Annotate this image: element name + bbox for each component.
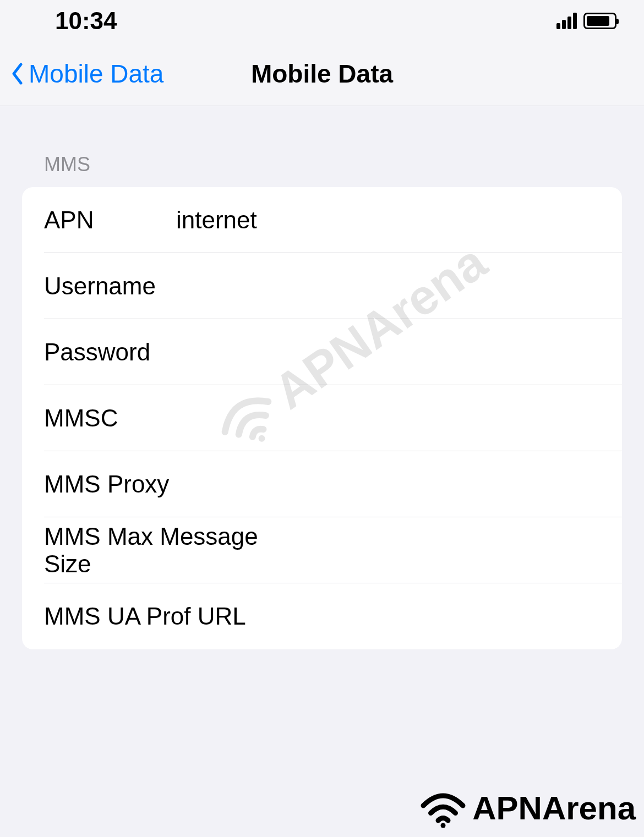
mms-proxy-input[interactable] <box>169 471 600 498</box>
apn-input[interactable] <box>176 206 600 234</box>
password-row[interactable]: Password <box>22 319 622 385</box>
svg-point-1 <box>441 823 446 828</box>
password-input[interactable] <box>176 338 600 366</box>
page-title: Mobile Data <box>251 59 393 89</box>
section-header: MMS <box>22 106 622 187</box>
username-input[interactable] <box>176 272 600 300</box>
status-icons <box>556 13 616 29</box>
mms-max-size-row[interactable]: MMS Max Message Size <box>22 517 622 583</box>
battery-icon <box>583 13 616 29</box>
apn-row[interactable]: APN <box>22 187 622 253</box>
navigation-bar: Mobile Data Mobile Data <box>0 41 644 106</box>
back-button[interactable]: Mobile Data <box>11 59 163 89</box>
password-label: Password <box>44 338 176 366</box>
mmsc-input[interactable] <box>176 404 600 432</box>
mms-proxy-label: MMS Proxy <box>44 471 169 498</box>
username-row[interactable]: Username <box>22 253 622 319</box>
mmsc-label: MMSC <box>44 404 176 432</box>
mms-ua-prof-input[interactable] <box>246 603 600 630</box>
settings-group: APN Username Password MMSC MMS Proxy MMS… <box>22 187 622 649</box>
username-label: Username <box>44 272 176 300</box>
cellular-signal-icon <box>556 13 577 29</box>
mmsc-row[interactable]: MMSC <box>22 385 622 451</box>
footer-logo: APNArena <box>418 787 636 829</box>
status-bar: 10:34 <box>0 0 644 41</box>
mms-max-size-label: MMS Max Message Size <box>44 523 298 578</box>
mms-proxy-row[interactable]: MMS Proxy <box>22 451 622 517</box>
back-label: Mobile Data <box>29 59 163 89</box>
content: MMS APN Username Password MMSC MMS Proxy <box>0 106 644 649</box>
apn-label: APN <box>44 206 176 234</box>
chevron-left-icon <box>11 63 23 85</box>
footer-text: APNArena <box>472 789 636 827</box>
mms-ua-prof-row[interactable]: MMS UA Prof URL <box>22 583 622 649</box>
status-time: 10:34 <box>55 7 117 35</box>
mms-max-size-input[interactable] <box>298 537 600 564</box>
wifi-icon <box>418 787 468 829</box>
mms-ua-prof-label: MMS UA Prof URL <box>44 603 246 630</box>
